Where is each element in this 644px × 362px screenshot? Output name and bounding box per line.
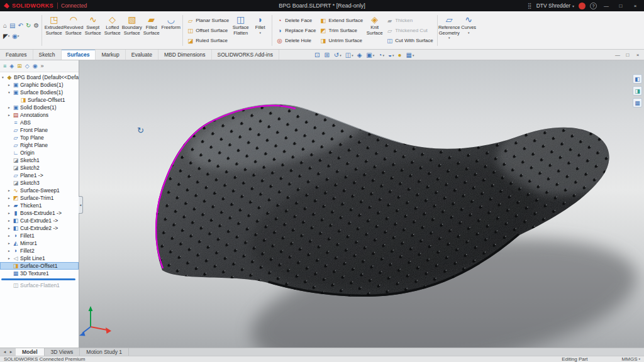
tree-item[interactable]: ▾ ◆ BPG Board (Default<<Default>_Displ..… [0, 74, 79, 81]
model-canvas[interactable] [79, 60, 644, 348]
display-settings-icon[interactable]: ◉▾ [11, 32, 19, 40]
thicken-button[interactable]: ▰ Thicken [384, 16, 435, 25]
expand-arrow-icon[interactable]: ▸ [8, 113, 13, 117]
minimize-button[interactable]: — [601, 3, 611, 9]
maximize-button[interactable]: □ [616, 3, 626, 9]
swept-surface-button[interactable]: ∿ Swept Surface [83, 13, 103, 48]
filled-surface-button[interactable]: ▰ Filled Surface [142, 13, 161, 48]
select-arrow-icon[interactable]: ◤▾ [3, 32, 10, 40]
dimxpertmanager-tab-icon[interactable]: ◇ [25, 63, 30, 69]
tree-item[interactable]: ▸ ▤ Annotations [0, 111, 79, 119]
expand-arrow-icon[interactable]: ▸ [8, 241, 13, 245]
expand-arrow-icon[interactable]: ▸ [8, 83, 13, 87]
previous-view-icon[interactable]: ↺ ▾ [333, 52, 343, 58]
featuremanager-tab-icon[interactable]: ≡ [3, 63, 6, 69]
tree-item[interactable]: ◫ Surface-Flatten1 [0, 282, 79, 289]
doc-close-icon[interactable]: × [633, 52, 642, 58]
units-selector[interactable]: MMGS ▾ [622, 356, 640, 362]
expand-arrow-icon[interactable]: ▸ [8, 226, 13, 230]
close-button[interactable]: × [630, 3, 640, 9]
tree-item[interactable]: ▸ ◩ Surface-Trim1 [0, 194, 79, 202]
right-pane-appearance-icon[interactable]: ◨ [633, 86, 642, 96]
scroll-left-icon[interactable]: ◂ [2, 349, 8, 354]
expand-arrow-icon[interactable]: ▾ [8, 90, 13, 94]
expand-arrow-icon[interactable]: ▸ [8, 249, 13, 253]
tree-item[interactable]: ∟ Origin [0, 149, 79, 156]
boundary-surface-button[interactable]: ▧ Boundary Surface [122, 13, 142, 48]
configurationmanager-tab-icon[interactable]: ⊞ [17, 63, 22, 69]
tree-item[interactable]: ▸ ▣ Graphic Bodies(1) [0, 81, 79, 89]
command-tab[interactable]: Sketch [33, 50, 62, 60]
trim-surface-button[interactable]: ◩ Trim Surface [318, 26, 365, 35]
home-icon[interactable]: ⌂ [3, 21, 8, 30]
tab-overflow-icon[interactable]: » [41, 63, 44, 69]
tree-item[interactable]: ◪ Sketch2 [0, 164, 79, 172]
knit-surface-button[interactable]: ◈ Knit Surface [365, 13, 384, 48]
bottom-tab[interactable]: 3D Views [45, 348, 80, 356]
revolved-surface-button[interactable]: ◠ Revolved Surface [64, 13, 83, 48]
save-icon[interactable]: ▤ [9, 21, 16, 30]
tree-item[interactable]: ▱ Right Plane [0, 141, 79, 149]
expand-arrow-icon[interactable]: ▸ [8, 106, 13, 109]
delete-hole-button[interactable]: ◎ Delete Hole [274, 36, 318, 45]
doc-minimize-icon[interactable]: — [613, 52, 622, 58]
viewport[interactable]: ↻ ◧ ◨ ▦ [79, 60, 644, 348]
dynamic-annotation-icon[interactable]: ◈ [356, 52, 364, 58]
options-icon[interactable]: ⚙ [33, 21, 40, 30]
panel-collapse-handle[interactable]: ◂ [79, 196, 83, 214]
tree-item[interactable]: ▸ ◗ Fillet1 [0, 232, 79, 239]
section-view-icon[interactable]: ◫ ▾ [344, 52, 355, 58]
untrim-surface-button[interactable]: ◨ Untrim Surface [318, 36, 365, 45]
extend-surface-button[interactable]: ◧ Extend Surface [318, 16, 365, 25]
right-pane-scene-icon[interactable]: ▦ [633, 98, 642, 107]
fillet-button[interactable]: ◗ Fillet ▾ [250, 13, 270, 48]
view-orientation-icon[interactable]: ▣ ▾ [365, 52, 375, 58]
command-tab[interactable]: Markup [96, 50, 125, 60]
tree-item[interactable]: ≡ ABS [0, 119, 79, 126]
command-tab[interactable]: SOLIDWORKS Add-ins [212, 50, 279, 60]
tree-item[interactable]: ▸ ◭ Mirror1 [0, 239, 79, 247]
expand-arrow-icon[interactable]: ▸ [8, 219, 13, 222]
tree-item[interactable]: ▾ ▣ Surface Bodies(1) [0, 89, 79, 96]
tree-item[interactable]: ▸ ▣ Solid Bodies(1) [0, 104, 79, 111]
tree-item[interactable]: ▸ ◁ Split Line1 [0, 255, 79, 262]
surface-flatten-button[interactable]: ◫ Surface Flatten [231, 13, 250, 48]
rebuild-icon[interactable]: ↻ [25, 21, 31, 30]
zoom-area-icon[interactable]: ⊞ [323, 52, 331, 58]
lofted-surface-button[interactable]: ◇ Lofted Surface [103, 13, 122, 48]
tree-item[interactable]: ◨ Surface-Offset1 [0, 96, 79, 104]
command-tab[interactable]: Evaluate [126, 50, 158, 60]
displaymanager-tab-icon[interactable]: ◉ [33, 63, 38, 69]
command-tab[interactable]: Surfaces [62, 50, 96, 60]
tree-item[interactable]: ▦ 3D Texture1 [0, 270, 79, 277]
extruded-surface-button[interactable]: ◳ Extruded Surface [44, 13, 64, 48]
edit-appearance-icon[interactable]: ● [396, 52, 403, 58]
expand-arrow-icon[interactable]: ▸ [8, 189, 13, 192]
expand-arrow-icon[interactable]: ▸ [8, 256, 13, 260]
expand-arrow-icon[interactable]: ▸ [8, 196, 13, 200]
offset-surface-button[interactable]: ◫ Offset Surface [185, 26, 231, 35]
tree-item[interactable]: ▱ Top Plane [0, 134, 79, 141]
display-style-icon[interactable]: ◔ ▾ [377, 52, 386, 58]
apps-grid-icon[interactable]: ⣿ [528, 3, 532, 9]
right-pane-display-icon[interactable]: ◧ [633, 74, 642, 84]
cut-with-surface-button[interactable]: ◫ Cut With Surface [384, 36, 435, 45]
tree-item[interactable]: ▸ ◧ Cut-Extrude2 -> [0, 224, 79, 232]
tree-item[interactable]: ▸ ▮ Boss-Extrude1 -> [0, 209, 79, 217]
bottom-tab[interactable]: Motion Study 1 [80, 348, 129, 356]
tree-item[interactable]: ◨ Surface-Offset1 [0, 262, 79, 270]
tree-item[interactable]: ▸ ◧ Cut-Extrude1 -> [0, 217, 79, 224]
tree-item[interactable]: ▸ ▰ Thicken1 [0, 202, 79, 209]
scroll-right-icon[interactable]: ▸ [8, 349, 14, 354]
tree-item[interactable] [0, 277, 79, 282]
tree-item[interactable]: ◪ Sketch3 [0, 179, 79, 187]
tree-item[interactable]: ▱ Front Plane [0, 126, 79, 134]
expand-arrow-icon[interactable]: ▸ [8, 211, 13, 215]
replace-face-button[interactable]: ◑ Replace Face [274, 26, 318, 35]
curves-button[interactable]: ∿ Curves ▾ [459, 13, 479, 48]
ruled-surface-button[interactable]: ◪ Ruled Surface [185, 36, 231, 45]
tree-item[interactable]: ◪ Sketch1 [0, 156, 79, 164]
command-tab[interactable]: MBD Dimensions [158, 50, 212, 60]
help-icon[interactable]: ? [590, 3, 597, 9]
propertymanager-tab-icon[interactable]: ◈ [9, 63, 14, 69]
